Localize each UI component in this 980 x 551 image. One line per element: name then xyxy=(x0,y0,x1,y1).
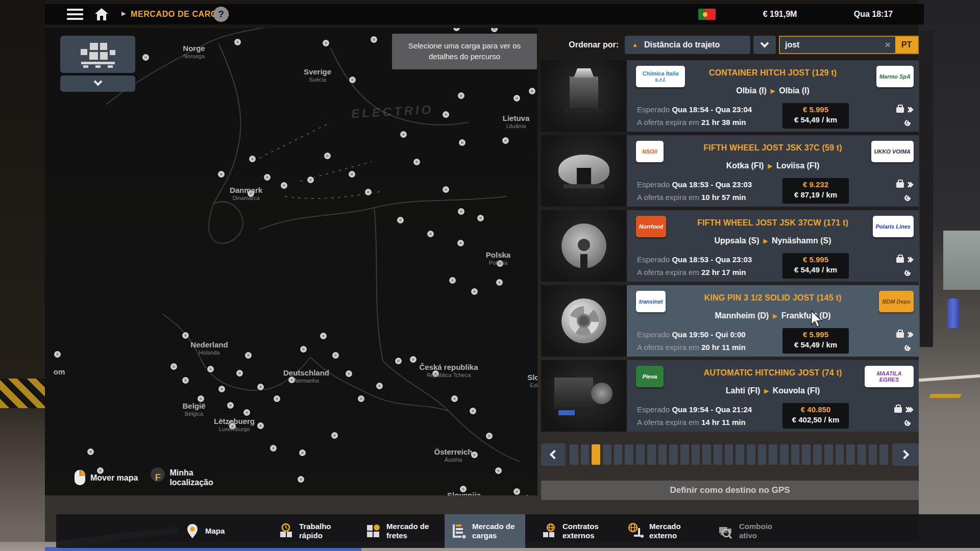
europe-map[interactable]: ELECTRIO NorgeNoruegaSverigeSuéciaDanmar… xyxy=(45,28,537,495)
page-block[interactable] xyxy=(669,444,678,465)
clear-search-icon[interactable]: × xyxy=(880,39,895,51)
job-marker[interactable] xyxy=(459,139,465,146)
page-block[interactable] xyxy=(570,444,578,465)
job-marker[interactable] xyxy=(320,333,327,339)
job-marker[interactable] xyxy=(470,408,476,414)
search-input[interactable] xyxy=(780,40,880,49)
menu-icon[interactable] xyxy=(67,9,83,20)
page-block[interactable] xyxy=(725,444,733,465)
nav-item-contratos-externos[interactable]: Contratos externos xyxy=(542,514,611,548)
job-marker[interactable] xyxy=(54,351,61,358)
job-marker[interactable] xyxy=(458,208,464,215)
job-marker[interactable] xyxy=(182,332,189,339)
job-marker[interactable] xyxy=(87,448,94,455)
job-marker[interactable] xyxy=(486,433,493,439)
job-marker[interactable] xyxy=(471,288,478,295)
job-marker[interactable] xyxy=(432,370,439,377)
job-marker[interactable] xyxy=(400,131,407,138)
page-block[interactable] xyxy=(813,444,822,465)
page-block[interactable] xyxy=(869,444,877,465)
home-icon[interactable] xyxy=(94,8,109,21)
job-marker[interactable] xyxy=(349,77,356,83)
job-marker[interactable] xyxy=(207,366,214,372)
job-marker[interactable] xyxy=(449,277,456,284)
page-block[interactable] xyxy=(692,444,700,465)
job-marker[interactable] xyxy=(358,395,364,402)
job-marker[interactable] xyxy=(371,36,377,43)
sort-open-button[interactable] xyxy=(753,36,776,54)
job-marker[interactable] xyxy=(248,190,254,197)
cargo-card[interactable]: NSOil FIFTH WHEEL JOST JSK 37C (59 t) UK… xyxy=(541,135,919,207)
job-marker[interactable] xyxy=(332,352,339,359)
page-block[interactable] xyxy=(636,444,645,465)
page-block[interactable] xyxy=(614,444,623,465)
help-button[interactable]: ? xyxy=(213,7,229,22)
nav-item-mapa[interactable]: Mapa xyxy=(185,514,254,548)
job-marker[interactable] xyxy=(218,171,225,178)
page-block[interactable] xyxy=(702,444,711,465)
job-marker[interactable] xyxy=(471,452,478,458)
nav-item-comboio-ativo[interactable]: Comboio ativo xyxy=(718,514,788,548)
cargo-card[interactable]: transinet KING PIN 3 1/2 SOLID JOST (145… xyxy=(541,285,919,357)
page-block[interactable] xyxy=(625,444,633,465)
job-marker[interactable] xyxy=(457,240,464,246)
job-marker[interactable] xyxy=(496,279,503,286)
job-marker[interactable] xyxy=(443,186,449,193)
nav-item-mercado-de-fretes[interactable]: Mercado de fretes xyxy=(366,514,435,548)
job-marker[interactable] xyxy=(142,54,149,61)
job-marker[interactable] xyxy=(198,395,204,402)
job-marker[interactable] xyxy=(427,231,434,237)
nav-item-mercado-externo[interactable]: Mercado externo xyxy=(628,514,698,548)
job-marker[interactable] xyxy=(300,346,307,353)
job-marker[interactable] xyxy=(349,171,355,178)
job-marker[interactable] xyxy=(257,422,264,429)
next-page-button[interactable] xyxy=(892,443,919,466)
job-marker[interactable] xyxy=(264,174,271,181)
cargo-display-toggle-button[interactable] xyxy=(60,36,135,73)
page-block[interactable] xyxy=(658,444,667,465)
page-block[interactable] xyxy=(791,444,800,465)
language-badge[interactable]: PT xyxy=(895,37,918,53)
job-marker[interactable] xyxy=(502,137,509,144)
page-block[interactable] xyxy=(846,444,855,465)
job-marker[interactable] xyxy=(298,476,304,483)
job-marker[interactable] xyxy=(170,363,177,370)
job-marker[interactable] xyxy=(218,386,225,392)
job-marker[interactable] xyxy=(376,383,383,389)
job-marker[interactable] xyxy=(243,409,250,416)
page-block[interactable] xyxy=(802,444,811,465)
page-block[interactable] xyxy=(714,444,722,465)
page-block[interactable] xyxy=(824,444,833,465)
job-marker[interactable] xyxy=(307,177,314,183)
job-marker[interactable] xyxy=(365,189,372,195)
sort-dropdown[interactable]: ▲ Distância do trajeto xyxy=(625,36,750,54)
cargo-card[interactable]: Norrfood FIFTH WHEEL JOST JSK 37CW (171 … xyxy=(541,210,919,282)
page-block[interactable] xyxy=(769,444,777,465)
job-marker[interactable] xyxy=(234,39,241,45)
job-marker[interactable] xyxy=(249,156,256,162)
cargo-card[interactable]: Pieva AUTOMATIC HITCHING JOST (74 t) MAA… xyxy=(541,360,919,432)
job-marker[interactable] xyxy=(227,402,234,409)
page-block[interactable] xyxy=(879,444,888,465)
job-marker[interactable] xyxy=(323,40,329,46)
job-marker[interactable] xyxy=(477,215,484,221)
job-marker[interactable] xyxy=(495,467,502,474)
page-block[interactable] xyxy=(647,444,656,465)
job-marker[interactable] xyxy=(331,432,338,439)
job-marker[interactable] xyxy=(270,445,277,452)
previous-page-button[interactable] xyxy=(541,443,566,466)
page-block[interactable] xyxy=(780,444,789,465)
job-marker[interactable] xyxy=(497,260,503,267)
page-block[interactable] xyxy=(592,444,600,465)
job-marker[interactable] xyxy=(245,352,252,359)
job-marker[interactable] xyxy=(513,488,520,495)
page-block[interactable] xyxy=(603,444,611,465)
job-marker[interactable] xyxy=(236,370,243,377)
job-marker[interactable] xyxy=(324,153,331,159)
set-gps-destination-button[interactable]: Definir como destino no GPS xyxy=(541,481,919,500)
page-block[interactable] xyxy=(736,444,744,465)
cargo-card[interactable]: Chimica Italia s.r.l. CONTAINER HITCH JO… xyxy=(541,60,919,132)
job-marker[interactable] xyxy=(299,449,306,456)
nav-item-mercado-de-cargas[interactable]: Mercado de cargas xyxy=(452,514,521,548)
collapse-panel-button[interactable] xyxy=(60,76,135,92)
